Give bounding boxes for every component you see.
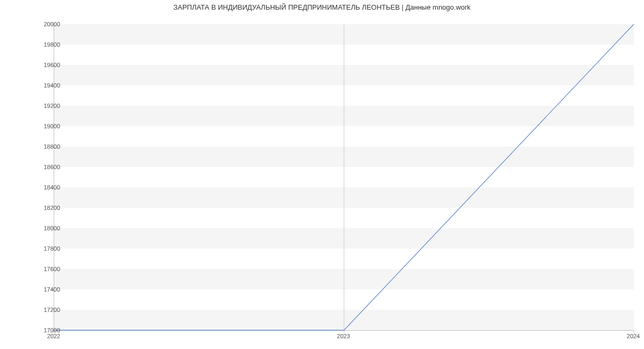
y-tick-label: 17200 [28,307,60,313]
y-tick-label: 18400 [28,184,60,191]
chart-title: ЗАРПЛАТА В ИНДИВИДУАЛЬНЫЙ ПРЕДПРИНИМАТЕЛ… [0,3,644,11]
y-tick-label: 18200 [28,205,60,211]
y-tick-label: 20000 [28,21,60,27]
y-tick-label: 19000 [28,123,60,129]
chart-svg [54,24,634,330]
y-tick-label: 19200 [28,103,60,109]
plot-area [54,24,634,331]
y-tick-label: 17800 [28,245,60,252]
x-tick-label: 2022 [47,333,60,339]
y-tick-label: 19800 [28,41,60,48]
y-tick-label: 17600 [28,266,60,272]
y-tick-label: 18000 [28,225,60,231]
y-tick-label: 19600 [28,62,60,68]
chart-container: ЗАРПЛАТА В ИНДИВИДУАЛЬНЫЙ ПРЕДПРИНИМАТЕЛ… [0,0,644,349]
y-tick-label: 18800 [28,143,60,150]
y-tick-label: 18600 [28,164,60,170]
y-tick-label: 17400 [28,286,60,293]
x-tick-label: 2023 [337,333,350,339]
y-tick-label: 19400 [28,82,60,89]
x-tick-label: 2024 [627,333,640,339]
